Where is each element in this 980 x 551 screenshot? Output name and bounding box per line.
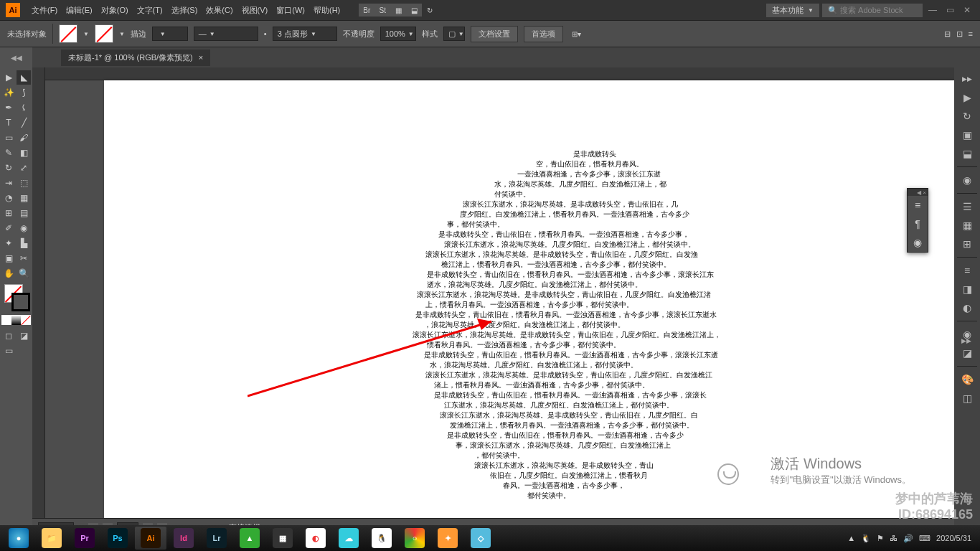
doc-setup-button[interactable]: 文档设置 [471, 26, 518, 42]
color-mode-icon[interactable] [1, 315, 11, 325]
taskbar-premiere-icon[interactable]: Pr [69, 527, 100, 550]
selection-tool[interactable]: ▶ [1, 70, 16, 85]
width-tool[interactable]: ⇥ [1, 176, 16, 190]
gradient-mode-icon[interactable] [11, 315, 22, 325]
color-guide-panel-icon[interactable]: ◫ [957, 390, 977, 407]
taskbar-app2-icon[interactable]: ▦ [267, 527, 298, 550]
transform-icon[interactable]: ⊡ [956, 29, 963, 39]
paragraph-panel-icon[interactable]: ¶ [908, 215, 928, 233]
color-panel-icon[interactable]: 🎨 [957, 371, 977, 388]
column-graph-tool[interactable]: ▙ [17, 236, 31, 250]
menu-v[interactable]: 视图(V) [237, 5, 273, 16]
taskbar-indesign-icon[interactable]: Id [168, 527, 199, 550]
taskbar-browser-icon[interactable]: ● [3, 527, 34, 550]
taskbar-lightroom-icon[interactable]: Lr [201, 527, 232, 550]
rotate-tool[interactable]: ↻ [1, 161, 16, 175]
panel-menu-icon[interactable]: ≡ [969, 29, 973, 39]
type-tool[interactable]: T [1, 116, 16, 130]
preferences-button[interactable]: 首选项 [524, 26, 563, 42]
transform-panel-icon[interactable]: ⊞▾ [569, 27, 585, 40]
taskbar-app1-icon[interactable]: ▲ [234, 527, 265, 550]
symbols-panel-icon[interactable]: ⊞ [957, 235, 977, 253]
stroke-swatch[interactable] [95, 24, 113, 43]
shape-builder-tool[interactable]: ◔ [1, 191, 16, 205]
dock2-expand-icon[interactable]: ▶▶ [956, 337, 977, 344]
taskbar-illustrator-icon[interactable]: Ai [135, 527, 166, 550]
opentype-panel-icon[interactable]: ◉ [908, 233, 928, 252]
tab-close-icon[interactable]: × [199, 53, 203, 62]
menu-c[interactable]: 效果(C) [202, 5, 237, 16]
curvature-tool[interactable]: ⤹ [17, 100, 31, 115]
menu-t[interactable]: 文字(T) [133, 5, 167, 16]
stock-icon[interactable]: St [374, 4, 390, 17]
zoom-tool[interactable]: 🔍 [17, 266, 31, 281]
stroke-panel-icon[interactable]: ≡ [957, 262, 977, 279]
perspective-grid-tool[interactable]: ▦ [17, 191, 31, 205]
menu-f[interactable]: 文件(F) [27, 5, 62, 16]
eraser-tool[interactable]: ◧ [17, 146, 31, 160]
character-panel-icon[interactable]: ≡ [908, 196, 928, 215]
bridge-icon[interactable]: Br [359, 4, 374, 17]
canvas[interactable]: 是非成败转头空，青山依旧在，惯看秋月春风。一壶浊酒喜相逢，古今多少事，滚滚长江东… [32, 67, 954, 537]
tray-vol-icon[interactable]: 🔊 [903, 534, 913, 543]
properties-panel-icon[interactable]: ▶ [957, 89, 977, 106]
none-mode-icon[interactable] [21, 315, 31, 325]
shaper-tool[interactable]: ✎ [1, 146, 16, 160]
draw-normal-icon[interactable]: ◻ [1, 329, 16, 343]
tray-net-icon[interactable]: 🖧 [890, 534, 897, 542]
document-tab[interactable]: 未标题-1* @ 100% (RGB/像素预览)× [61, 50, 210, 66]
graphic-styles-panel-icon[interactable]: ◪ [957, 344, 977, 362]
fill-stroke-control[interactable] [1, 284, 31, 313]
taskbar-explorer-icon[interactable]: 📁 [36, 527, 67, 550]
draw-behind-icon[interactable]: ◪ [17, 329, 31, 343]
arrange-docs-icon[interactable]: ▦ [390, 4, 406, 17]
floating-panel[interactable]: ◀× ≡ ¶ ◉ [907, 188, 928, 253]
minimize-icon[interactable]: — [925, 5, 940, 15]
stroke-weight[interactable]: ▼ [152, 27, 188, 41]
panel-collapse-icon[interactable]: ◀ [917, 189, 921, 196]
taskbar-app6-icon[interactable]: ◇ [465, 527, 496, 550]
paintbrush-tool[interactable]: 🖌 [17, 131, 31, 145]
tray-clock[interactable]: 2020/5/31 [936, 534, 971, 542]
taskbar-qq-icon[interactable]: 🐧 [366, 527, 397, 550]
free-transform-tool[interactable]: ⬚ [17, 176, 31, 190]
taskbar-app4-icon[interactable]: ☁ [333, 527, 364, 550]
eyedropper-tool[interactable]: ✐ [1, 221, 16, 235]
rectangle-tool[interactable]: ▭ [1, 131, 16, 145]
fill-swatch[interactable] [59, 24, 77, 43]
menu-e[interactable]: 编辑(E) [62, 5, 97, 16]
gradient-tool[interactable]: ▤ [17, 206, 31, 220]
tray-ime-icon[interactable]: ⌨ [919, 534, 930, 543]
mesh-tool[interactable]: ⊞ [1, 206, 16, 220]
artboard-tool[interactable]: ▣ [1, 251, 16, 265]
symbol-sprayer-tool[interactable]: ✦ [1, 236, 16, 250]
gradient-panel-icon[interactable]: ◨ [957, 281, 977, 298]
workspace-selector[interactable]: 基本功能▼ [766, 4, 819, 17]
gpu-icon[interactable]: ⬓ [406, 4, 422, 17]
var-width-profile[interactable]: — ▼ [194, 27, 258, 41]
align-icon[interactable]: ⊟ [944, 29, 951, 39]
slice-tool[interactable]: ✂ [17, 251, 31, 265]
area-type-object[interactable]: 是非成败转头空，青山依旧在，惯看秋月春风。一壶浊酒喜相逢，古今多少事，滚滚长江东… [413, 149, 814, 501]
toolbox-collapse-icon[interactable]: ◀◀ [0, 47, 32, 67]
blend-tool[interactable]: ◉ [17, 221, 31, 235]
menu-s[interactable]: 选择(S) [167, 5, 202, 16]
tray-qq-icon[interactable]: 🐧 [861, 534, 871, 543]
taskbar-app3-icon[interactable]: ◐ [300, 527, 331, 550]
layers-panel-icon[interactable]: ▣ [957, 126, 977, 143]
taskbar-chrome-icon[interactable]: ○ [399, 527, 430, 550]
pen-tool[interactable]: ✒ [1, 100, 16, 115]
brushes-panel-icon[interactable]: ☰ [957, 198, 977, 215]
line-tool[interactable]: ╱ [17, 116, 31, 130]
close-icon[interactable]: ✕ [960, 5, 974, 15]
lasso-tool[interactable]: ⟆ [17, 85, 31, 100]
menu-o[interactable]: 对象(O) [97, 5, 133, 16]
taskbar-app5-icon[interactable]: ✦ [432, 527, 463, 550]
direct-selection-tool[interactable]: ◣ [17, 70, 31, 85]
tray-flag-icon[interactable]: ⚑ [877, 534, 884, 543]
tray-up-icon[interactable]: ▲ [847, 534, 855, 542]
artboards-panel-icon[interactable]: ⬓ [957, 145, 977, 162]
maximize-icon[interactable]: ▭ [943, 5, 957, 15]
hand-tool[interactable]: ✋ [1, 266, 16, 281]
dock-expand-icon[interactable]: ▶▶ [957, 70, 977, 88]
